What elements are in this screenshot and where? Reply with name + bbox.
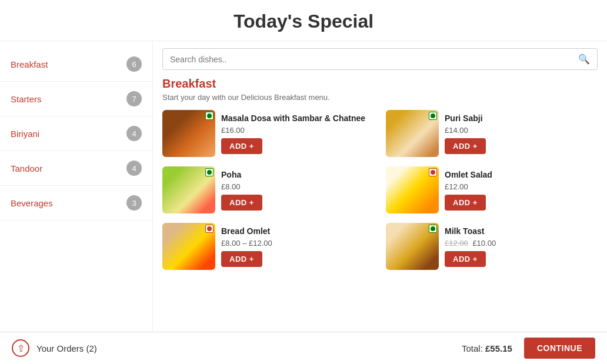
section-description: Start your day with our Delicious Breakf… (162, 93, 598, 102)
item-info-poha: Poha £8.00 ADD + (221, 169, 374, 211)
item-image-wrap-puri-sabji (386, 110, 439, 157)
item-info-masala-dosa: Masala Dosa with Sambar & Chatnee £16.00… (221, 113, 374, 154)
veg-badge-milk-toast (429, 225, 437, 233)
veg-badge-poha (205, 168, 214, 176)
up-chevron-icon[interactable]: ⇧ (12, 339, 29, 357)
list-item: Omlet Salad £12.00 ADD + (386, 166, 598, 213)
search-icon: 🔍 (578, 54, 590, 65)
sidebar: Breakfast 6 Starters 7 Biriyani 4 Tandoo… (0, 41, 153, 332)
sidebar-item-count-biriyani: 4 (126, 126, 142, 141)
list-item: Puri Sabji £14.00 ADD + (386, 110, 598, 157)
item-image-wrap-masala-dosa (162, 110, 215, 157)
footer-bar: ⇧ Your Orders (2) Total: £55.15 CONTINUE (0, 332, 607, 364)
sidebar-item-count-tandoor: 4 (126, 161, 142, 176)
item-name-milk-toast: Milk Toast (445, 226, 598, 236)
total-label: Total: £55.15 (462, 343, 512, 353)
search-bar-wrap: 🔍 (153, 41, 607, 77)
item-info-milk-toast: Milk Toast £12.00 £10.00 ADD + (445, 226, 598, 267)
item-name-poha: Poha (221, 169, 374, 180)
item-price-puri-sabji: £14.00 (445, 126, 598, 135)
total-amount: £55.15 (485, 343, 512, 353)
item-image-wrap-milk-toast (386, 223, 439, 270)
list-item: Bread Omlet £8.00 – £12.00 ADD + (162, 223, 374, 270)
sidebar-item-count-beverages: 3 (126, 195, 142, 211)
footer-right: Total: £55.15 CONTINUE (462, 338, 595, 359)
right-panel: 🔍 Breakfast Start your day with our Deli… (153, 41, 607, 332)
item-price-omlet-salad: £12.00 (445, 182, 598, 191)
continue-button[interactable]: CONTINUE (524, 338, 595, 359)
item-image-wrap-omlet-salad (386, 166, 439, 213)
add-button-poha[interactable]: ADD + (221, 195, 262, 211)
add-button-masala-dosa[interactable]: ADD + (221, 138, 262, 154)
list-item: Poha £8.00 ADD + (162, 166, 374, 213)
search-input[interactable] (170, 55, 578, 64)
item-info-puri-sabji: Puri Sabji £14.00 ADD + (445, 113, 598, 154)
item-info-omlet-salad: Omlet Salad £12.00 ADD + (445, 169, 598, 211)
sidebar-item-starters[interactable]: Starters 7 (0, 82, 152, 116)
item-name-bread-omlet: Bread Omlet (221, 226, 374, 236)
item-price-masala-dosa: £16.00 (221, 126, 374, 135)
sidebar-item-count-starters: 7 (126, 91, 142, 106)
add-button-milk-toast[interactable]: ADD + (445, 251, 486, 267)
sidebar-item-label-breakfast: Breakfast (11, 59, 48, 69)
list-item: Masala Dosa with Sambar & Chatnee £16.00… (162, 110, 374, 157)
veg-badge-omlet-salad (429, 168, 437, 176)
veg-badge-bread-omlet (205, 225, 214, 233)
sidebar-item-label-starters: Starters (11, 94, 42, 104)
add-button-puri-sabji[interactable]: ADD + (445, 138, 486, 154)
item-price-poha: £8.00 (221, 182, 374, 191)
item-name-masala-dosa: Masala Dosa with Sambar & Chatnee (221, 113, 374, 123)
sidebar-item-biriyani[interactable]: Biriyani 4 (0, 116, 152, 151)
item-price-milk-toast: £12.00 £10.00 (445, 239, 598, 248)
veg-badge-puri-sabji (429, 112, 437, 120)
item-actual-price-milk-toast: £10.00 (472, 239, 496, 248)
menu-section: Breakfast Start your day with our Delici… (153, 77, 607, 332)
add-button-bread-omlet[interactable]: ADD + (221, 251, 262, 267)
item-name-omlet-salad: Omlet Salad (445, 169, 598, 180)
your-orders-label: Your Orders (2) (36, 343, 97, 353)
item-strike-price-milk-toast: £12.00 (445, 239, 468, 248)
item-price-bread-omlet: £8.00 – £12.00 (221, 239, 374, 248)
add-button-omlet-salad[interactable]: ADD + (445, 195, 486, 211)
item-image-wrap-bread-omlet (162, 223, 215, 270)
list-item: Milk Toast £12.00 £10.00 ADD + (386, 223, 598, 270)
search-bar: 🔍 (162, 48, 598, 70)
main-content: Breakfast 6 Starters 7 Biriyani 4 Tandoo… (0, 41, 607, 332)
item-name-puri-sabji: Puri Sabji (445, 113, 598, 123)
sidebar-item-label-beverages: Beverages (11, 198, 53, 208)
veg-badge-masala-dosa (205, 112, 214, 120)
sidebar-item-breakfast[interactable]: Breakfast 6 (0, 47, 152, 82)
sidebar-item-label-biriyani: Biriyani (11, 129, 39, 139)
sidebar-item-label-tandoor: Tandoor (11, 163, 42, 173)
item-image-wrap-poha (162, 166, 215, 213)
page-title: Today's Special (0, 0, 607, 41)
section-title: Breakfast (162, 77, 598, 91)
sidebar-item-count-breakfast: 6 (126, 56, 142, 72)
sidebar-item-tandoor[interactable]: Tandoor 4 (0, 151, 152, 186)
total-text: Total: (462, 343, 483, 353)
item-info-bread-omlet: Bread Omlet £8.00 – £12.00 ADD + (221, 226, 374, 267)
footer-left: ⇧ Your Orders (2) (12, 339, 97, 357)
sidebar-item-beverages[interactable]: Beverages 3 (0, 186, 152, 221)
items-grid: Masala Dosa with Sambar & Chatnee £16.00… (162, 110, 598, 270)
